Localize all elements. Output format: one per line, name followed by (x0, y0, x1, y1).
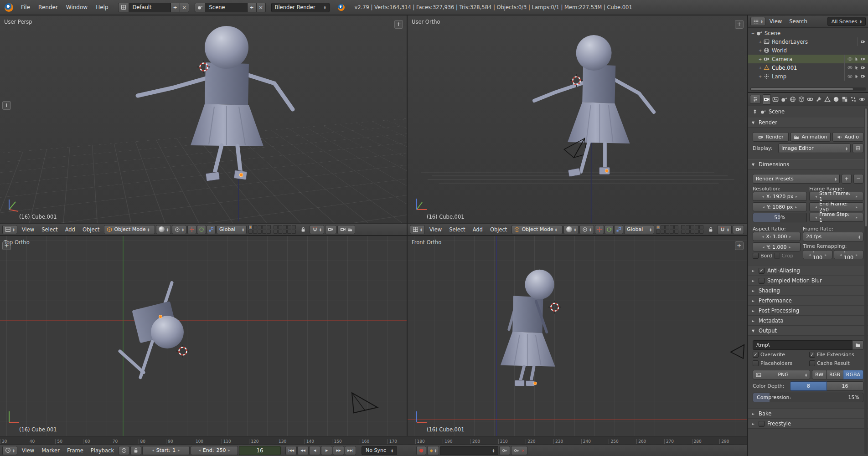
toggle-checkbox[interactable] (809, 360, 815, 366)
end-frame-field[interactable]: ◂End Frame: 250▸ (809, 202, 863, 211)
menu-item[interactable]: View (18, 446, 38, 455)
output-path-field[interactable]: /tmp\ (753, 340, 852, 350)
tab-constraints[interactable] (806, 94, 814, 105)
close-scene-button[interactable]: × (257, 3, 266, 12)
channels-bw-button[interactable]: BW (812, 370, 827, 379)
translate-manipulator-button[interactable] (595, 225, 604, 234)
panel-header[interactable]: Performance (748, 296, 868, 306)
menu-item[interactable]: Select (38, 225, 61, 234)
menu-item[interactable]: Add (62, 225, 79, 234)
insert-keyframe-button[interactable] (499, 446, 510, 455)
collapse-icon[interactable]: − (750, 31, 756, 36)
outliner-filter-select[interactable]: All Scenes (827, 17, 866, 26)
aspect-y-field[interactable]: ◂Y: 1.000▸ (753, 242, 801, 251)
visibility-eye-icon[interactable] (847, 74, 852, 79)
keying-set-select[interactable] (440, 446, 498, 455)
tab-physics[interactable] (858, 94, 866, 105)
layer-toggle-grid[interactable] (248, 225, 271, 234)
border-checkbox[interactable] (753, 253, 759, 259)
expand-icon[interactable]: + (757, 40, 763, 44)
pivot-select[interactable] (172, 225, 186, 234)
current-frame-field[interactable]: 16 (239, 446, 281, 455)
playback-button[interactable]: ▶▶| (345, 446, 356, 455)
menu-item[interactable]: Help (92, 2, 112, 12)
renderable-camera-icon[interactable] (861, 65, 866, 70)
scale-manipulator-button[interactable] (207, 225, 216, 234)
menu-item[interactable]: Add (469, 225, 486, 234)
display-select[interactable]: Image Editor (778, 143, 851, 153)
panel-header[interactable]: Metadata (748, 316, 868, 326)
outliner-row-renderlayers[interactable]: + RenderLayers (748, 37, 868, 46)
editor-type-button[interactable] (410, 225, 425, 234)
tab-render[interactable] (763, 94, 771, 105)
lock-to-scene-button[interactable] (298, 225, 309, 234)
tab-world[interactable] (789, 94, 797, 105)
render-toggle-icon[interactable] (861, 39, 866, 44)
toggle-checkbox[interactable] (753, 352, 759, 358)
fps-select[interactable]: 24 fps (803, 232, 863, 241)
tab-texture[interactable] (841, 94, 849, 105)
snap-toggle-button[interactable] (717, 225, 732, 234)
selectable-pointer-icon[interactable] (854, 57, 859, 61)
expand-icon[interactable]: + (757, 57, 763, 61)
panel-header[interactable]: Post Processing (748, 306, 868, 316)
depth-16-button[interactable]: 16 (827, 381, 863, 391)
crop-checkbox[interactable] (774, 253, 780, 259)
playback-button[interactable]: ▶▶ (333, 446, 344, 455)
panel-header[interactable]: Shading (748, 286, 868, 296)
browse-screen-icon[interactable] (118, 3, 129, 12)
expand-icon[interactable]: + (757, 66, 763, 70)
tab-render-layers[interactable] (771, 94, 780, 105)
browse-scene-icon[interactable] (195, 3, 206, 12)
opengl-render-anim-button[interactable] (337, 225, 355, 234)
lock-to-scene-button[interactable] (705, 225, 716, 234)
compression-slider[interactable]: Compression: 15% (753, 393, 863, 402)
aspect-x-field[interactable]: ◂X: 1.000▸ (753, 232, 801, 241)
orientation-select[interactable]: Global (217, 225, 247, 234)
file-format-select[interactable]: PNG (753, 370, 810, 379)
panel-header-render[interactable]: Render (748, 118, 868, 128)
add-scene-button[interactable]: + (248, 3, 257, 12)
expand-icon[interactable]: + (757, 48, 763, 53)
tab-scene[interactable] (780, 94, 788, 105)
keying-flags-button[interactable]: ◆ (427, 446, 439, 455)
decrement-arrow-icon[interactable]: ◂ (199, 448, 201, 452)
toggle-checkbox[interactable] (809, 352, 815, 358)
sync-mode-select[interactable]: No Sync (362, 446, 397, 455)
visibility-eye-icon[interactable] (847, 65, 852, 70)
menu-item[interactable]: Playback (87, 446, 118, 455)
menu-item[interactable]: Window (62, 2, 92, 12)
renderable-camera-icon[interactable] (861, 56, 866, 61)
expand-icon[interactable]: + (757, 74, 763, 79)
increment-arrow-icon[interactable]: ▸ (228, 448, 230, 452)
editor-type-button[interactable] (750, 95, 761, 104)
viewport-top-canvas[interactable]: Top Ortho (16) Cube.001 + (0, 236, 407, 436)
outliner-search-menu[interactable]: Search (786, 17, 811, 26)
preview-range-button[interactable] (119, 446, 129, 455)
pivot-select[interactable] (579, 225, 594, 234)
editor-type-button[interactable] (750, 17, 765, 26)
channels-rgba-button[interactable]: RGBA (843, 370, 863, 379)
remove-preset-button[interactable]: − (853, 174, 863, 184)
tab-material[interactable] (832, 94, 840, 105)
panel-header[interactable]: Sampled Motion Blur (748, 276, 868, 286)
outliner-scrollbar[interactable] (748, 86, 868, 92)
visibility-eye-icon[interactable] (847, 56, 852, 61)
outliner-row-scene[interactable]: − Scene (748, 29, 868, 37)
viewport-ortho-canvas[interactable]: User Ortho (16) Cube.001 + (408, 15, 747, 223)
add-screen-button[interactable]: + (171, 3, 180, 12)
renderable-camera-icon[interactable] (861, 74, 866, 79)
rotate-manipulator-button[interactable] (197, 225, 206, 234)
delete-keyframe-button[interactable]: × (511, 446, 527, 455)
channels-rgb-button[interactable]: RGB (827, 370, 843, 379)
panel-header-freestyle[interactable]: Freestyle (748, 419, 868, 429)
playback-button[interactable]: ◀ (309, 446, 320, 455)
selectable-pointer-icon[interactable] (854, 74, 859, 79)
snap-toggle-button[interactable] (310, 225, 324, 234)
increment-arrow-icon[interactable]: ▸ (178, 448, 180, 452)
outliner-row-camera[interactable]: + Camera (748, 55, 868, 63)
expand-region-button[interactable]: + (394, 20, 403, 29)
translate-manipulator-button[interactable] (187, 225, 196, 234)
layer-toggle-grid-2[interactable] (274, 225, 296, 234)
menu-item[interactable]: Frame (63, 446, 87, 455)
